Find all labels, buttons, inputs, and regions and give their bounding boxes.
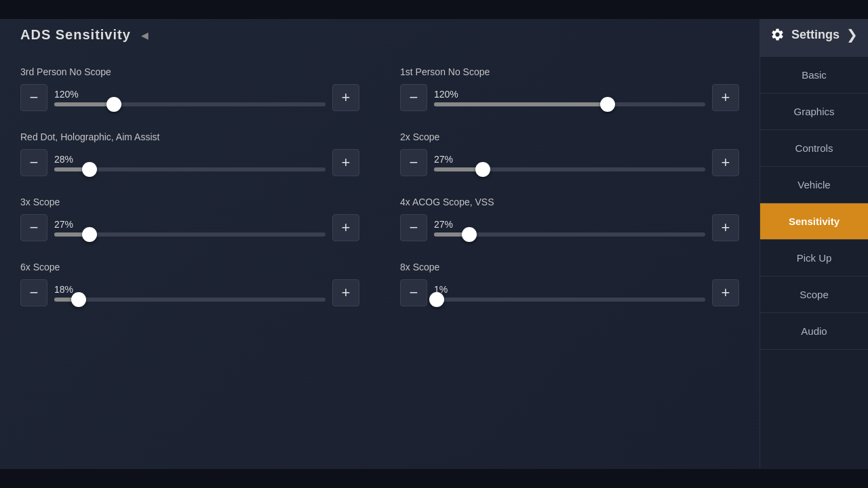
slider-1st-person-no-scope: 1st Person No Scope − 120% + xyxy=(400,66,739,111)
plus-button-1st-person[interactable]: + xyxy=(712,84,739,111)
slider-thumb-4x[interactable] xyxy=(462,227,477,242)
slider-label-2x: 2x Scope xyxy=(400,131,739,142)
sidebar-item-controls[interactable]: Controls xyxy=(760,130,868,167)
plus-button-4x[interactable]: + xyxy=(712,214,739,241)
sidebar-item-scope[interactable]: Scope xyxy=(760,277,868,313)
sidebar-item-sensitivity[interactable]: Sensitivity xyxy=(760,203,868,240)
slider-row-2x: − 27% + xyxy=(400,149,739,176)
slider-track-red-dot[interactable] xyxy=(54,167,326,171)
slider-value-6x: 18% xyxy=(54,284,326,295)
plus-button-red-dot[interactable]: + xyxy=(332,149,359,176)
plus-button-8x[interactable]: + xyxy=(712,279,739,306)
slider-value-3x: 27% xyxy=(54,219,326,230)
slider-2x-scope: 2x Scope − 27% + xyxy=(400,131,739,176)
slider-4x-acog: 4x ACOG Scope, VSS − 27% + xyxy=(400,197,739,241)
slider-value-red-dot: 28% xyxy=(54,154,326,165)
slider-track-2x[interactable] xyxy=(434,167,705,171)
slider-value-2x: 27% xyxy=(434,154,705,165)
slider-label-1st-person: 1st Person No Scope xyxy=(400,66,739,77)
slider-container-1st-person: 120% xyxy=(434,89,705,106)
ads-sensitivity-header: ADS Sensitivity ◀ xyxy=(20,27,739,49)
slider-thumb-3x[interactable] xyxy=(82,227,97,242)
minus-button-red-dot[interactable]: − xyxy=(20,149,47,176)
minus-button-8x[interactable]: − xyxy=(400,279,427,306)
slider-label-red-dot: Red Dot, Holographic, Aim Assist xyxy=(20,131,359,142)
slider-track-4x[interactable] xyxy=(434,232,705,237)
slider-row-red-dot: − 28% + xyxy=(20,149,359,176)
sidebar-menu: Basic Graphics Controls Vehicle Sensitiv… xyxy=(760,57,868,488)
plus-button-3rd-person[interactable]: + xyxy=(332,84,359,111)
slider-row-8x: − 1% + xyxy=(400,279,739,306)
slider-container-3x: 27% xyxy=(54,219,326,237)
slider-value-8x: 1% xyxy=(434,284,705,295)
main-content: ADS Sensitivity ◀ 3rd Person No Scope − … xyxy=(0,0,760,488)
slider-thumb-red-dot[interactable] xyxy=(82,162,97,177)
settings-sidebar: Settings ❯ Basic Graphics Controls Vehic… xyxy=(760,0,868,488)
slider-value-3rd-person: 120% xyxy=(54,89,326,100)
slider-thumb-1st-person[interactable] xyxy=(600,97,615,112)
slider-container-4x: 27% xyxy=(434,219,705,237)
slider-track-3rd-person[interactable] xyxy=(54,102,326,106)
minus-button-3x[interactable]: − xyxy=(20,214,47,241)
slider-thumb-2x[interactable] xyxy=(475,162,490,177)
slider-track-6x[interactable] xyxy=(54,298,326,302)
minus-button-6x[interactable]: − xyxy=(20,279,47,306)
slider-container-2x: 27% xyxy=(434,154,705,171)
sidebar-item-pickup[interactable]: Pick Up xyxy=(760,240,868,277)
minus-button-3rd-person[interactable]: − xyxy=(20,84,47,111)
slider-row-4x: − 27% + xyxy=(400,214,739,241)
sliders-grid: 3rd Person No Scope − 120% + 1st Person … xyxy=(20,66,739,306)
plus-button-6x[interactable]: + xyxy=(332,279,359,306)
slider-track-1st-person[interactable] xyxy=(434,102,705,106)
slider-8x-scope: 8x Scope − 1% + xyxy=(400,262,739,306)
slider-thumb-6x[interactable] xyxy=(71,292,86,307)
slider-container-8x: 1% xyxy=(434,284,705,302)
sidebar-item-graphics[interactable]: Graphics xyxy=(760,94,868,130)
slider-red-dot: Red Dot, Holographic, Aim Assist − 28% + xyxy=(20,131,359,176)
slider-label-6x: 6x Scope xyxy=(20,262,359,272)
slider-row-3rd-person: − 120% + xyxy=(20,84,359,111)
slider-thumb-8x[interactable] xyxy=(429,292,444,307)
slider-container-6x: 18% xyxy=(54,284,326,302)
plus-button-2x[interactable]: + xyxy=(712,149,739,176)
slider-label-4x: 4x ACOG Scope, VSS xyxy=(400,197,739,207)
slider-value-4x: 27% xyxy=(434,219,705,230)
slider-row-6x: − 18% + xyxy=(20,279,359,306)
close-icon[interactable]: ❯ xyxy=(846,26,858,43)
sidebar-item-vehicle[interactable]: Vehicle xyxy=(760,167,868,203)
slider-3x-scope: 3x Scope − 27% + xyxy=(20,197,359,241)
sidebar-title: Settings xyxy=(791,28,840,42)
page-title: ADS Sensitivity xyxy=(20,27,131,43)
plus-button-3x[interactable]: + xyxy=(332,214,359,241)
gear-icon xyxy=(770,24,785,45)
minus-button-2x[interactable]: − xyxy=(400,149,427,176)
slider-fill-1st-person xyxy=(434,102,608,106)
sidebar-item-audio[interactable]: Audio xyxy=(760,313,868,350)
sidebar-item-basic[interactable]: Basic xyxy=(760,57,868,94)
slider-row-1st-person: − 120% + xyxy=(400,84,739,111)
slider-3rd-person-no-scope: 3rd Person No Scope − 120% + xyxy=(20,66,359,111)
slider-thumb-3rd-person[interactable] xyxy=(106,97,121,112)
slider-container-3rd-person: 120% xyxy=(54,89,326,106)
slider-value-1st-person: 120% xyxy=(434,89,705,100)
slider-track-3x[interactable] xyxy=(54,232,326,237)
slider-row-3x: − 27% + xyxy=(20,214,359,241)
minus-button-4x[interactable]: − xyxy=(400,214,427,241)
slider-track-8x[interactable] xyxy=(434,298,705,302)
back-arrow-icon[interactable]: ◀ xyxy=(141,30,149,41)
slider-6x-scope: 6x Scope − 18% + xyxy=(20,262,359,306)
minus-button-1st-person[interactable]: − xyxy=(400,84,427,111)
slider-container-red-dot: 28% xyxy=(54,154,326,171)
slider-label-8x: 8x Scope xyxy=(400,262,739,272)
slider-fill-3rd-person xyxy=(54,102,114,106)
slider-label-3rd-person: 3rd Person No Scope xyxy=(20,66,359,77)
slider-label-3x: 3x Scope xyxy=(20,197,359,207)
